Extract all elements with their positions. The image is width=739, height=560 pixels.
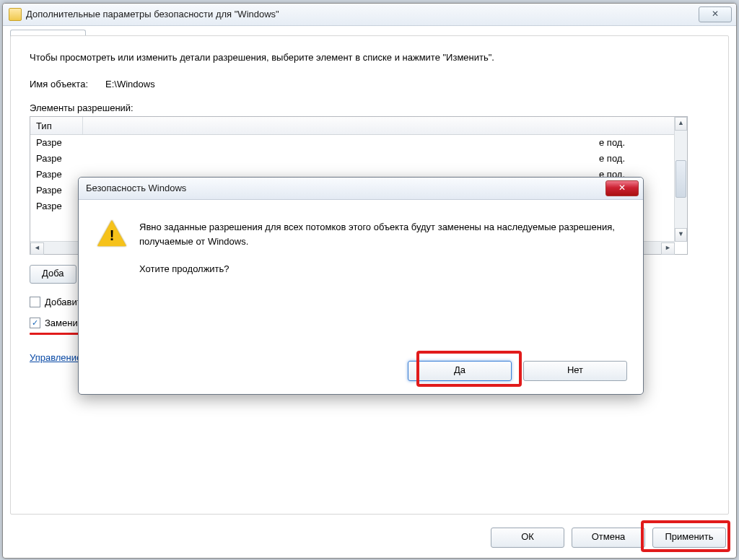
dialog-titlebar: Безопасность Windows ✕ — [79, 178, 643, 200]
col-type[interactable]: Тип — [30, 117, 83, 134]
confirm-dialog: Безопасность Windows ✕ ! Явно заданные р… — [78, 177, 644, 395]
table-row[interactable]: Разрее под. — [30, 151, 687, 167]
dialog-line2: Хотите продолжить? — [139, 262, 624, 276]
scroll-right-icon[interactable]: ► — [661, 242, 675, 255]
vertical-scrollbar[interactable]: ▲ ▼ — [674, 117, 687, 242]
checkbox-checked-icon: ✓ — [30, 318, 40, 328]
yes-button[interactable]: Да — [408, 361, 512, 381]
list-label: Элементы разрешений: — [30, 102, 709, 113]
checkbox-icon — [30, 297, 40, 307]
dialog-close-button[interactable]: ✕ — [605, 180, 639, 196]
scroll-left-icon[interactable]: ◄ — [30, 242, 44, 255]
dialog-line1: Явно заданные разрешения для всех потомк… — [139, 220, 624, 249]
apply-button[interactable]: Применить — [652, 528, 726, 548]
object-row: Имя объекта: E:\Windows — [30, 79, 709, 89]
close-button[interactable]: ✕ — [699, 6, 732, 22]
intro-text: Чтобы просмотреть или изменить детали ра… — [30, 52, 709, 63]
main-window: Дополнительные параметры безопасности дл… — [2, 3, 737, 559]
scroll-down-icon[interactable]: ▼ — [675, 228, 687, 242]
dialog-title: Безопасность Windows — [86, 183, 186, 193]
dialog-text: Явно заданные разрешения для всех потомк… — [139, 220, 624, 289]
scroll-up-icon[interactable]: ▲ — [675, 117, 687, 131]
table-row[interactable]: Разрее под. — [30, 135, 687, 151]
warning-icon: ! — [97, 220, 126, 249]
window-title: Дополнительные параметры безопасности дл… — [26, 4, 279, 25]
cancel-button[interactable]: Отмена — [572, 528, 645, 548]
add-button[interactable]: Доба — [30, 265, 76, 284]
titlebar: Дополнительные параметры безопасности дл… — [3, 4, 736, 26]
close-icon: ✕ — [712, 9, 719, 19]
dialog-footer: ОК Отмена Применить — [491, 528, 726, 548]
object-label: Имя объекта: — [30, 79, 88, 89]
list-header: Тип — [30, 117, 687, 135]
close-icon: ✕ — [618, 183, 626, 193]
scroll-thumb[interactable] — [675, 160, 686, 198]
ok-button[interactable]: ОК — [491, 528, 564, 548]
folder-icon — [9, 8, 22, 21]
object-path: E:\Windows — [105, 79, 155, 89]
no-button[interactable]: Нет — [523, 361, 627, 381]
